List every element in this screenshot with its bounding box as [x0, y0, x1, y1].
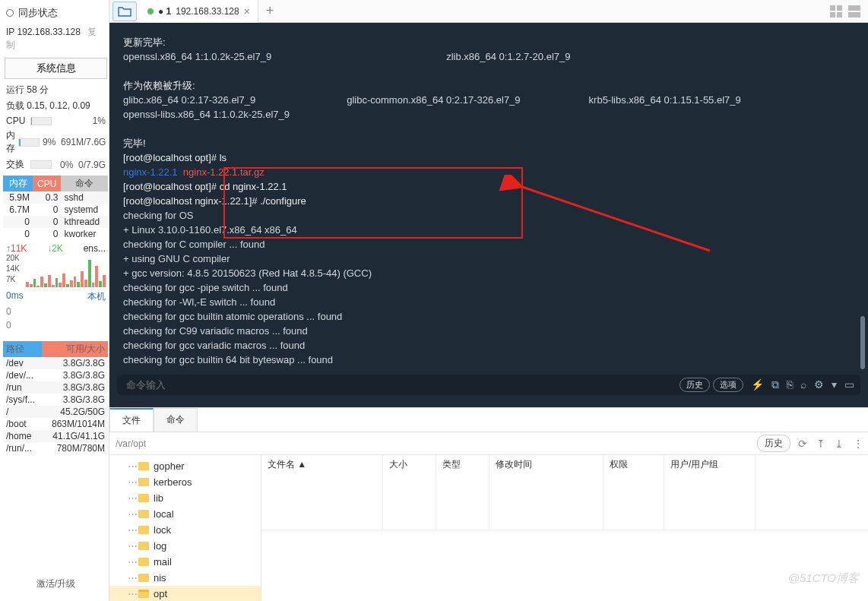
bolt-icon[interactable]: ⚡ [751, 378, 764, 392]
folder-icon [138, 526, 149, 534]
session-tabs: ● 1 192.168.33.128 × + [109, 0, 868, 23]
table-row: /dev3.8G/3.8G [3, 357, 108, 369]
folder-icon [138, 542, 149, 550]
main: ● 1 192.168.33.128 × + 更新完毕: openssl.x86… [109, 0, 868, 601]
tree-item[interactable]: ⋯kerberos [109, 474, 261, 490]
sync-label: 同步状态 [18, 6, 58, 20]
folder-open-icon [138, 590, 149, 598]
tree-item-selected[interactable]: ⋯opt [109, 586, 261, 601]
tree-item[interactable]: ⋯log [109, 538, 261, 554]
path-history-button[interactable]: 历史 [757, 435, 790, 452]
folder-icon [138, 574, 149, 582]
cpu-bar [30, 117, 52, 125]
latency-link[interactable]: 0ms [6, 290, 24, 303]
col-filename[interactable]: 文件名 ▲ [261, 455, 383, 530]
command-input[interactable] [123, 378, 676, 392]
col-perm[interactable]: 权限 [603, 455, 664, 530]
fs-h-size[interactable]: 可用/大小 [42, 341, 108, 357]
folder-icon [138, 478, 149, 486]
open-folder-button[interactable] [112, 2, 137, 21]
system-info-button[interactable]: 系统信息 [5, 58, 107, 79]
path-input[interactable]: /var/opt [109, 435, 754, 453]
panel-tabs: 文件 命令 [109, 408, 868, 432]
tab-file[interactable]: 文件 [109, 408, 154, 432]
file-list-empty [261, 530, 868, 601]
mem-bar [18, 138, 40, 147]
filesystem-table: 路径可用/大小 /dev3.8G/3.8G /dev/...3.8G/3.8G … [3, 341, 108, 454]
tree-item[interactable]: ⋯nis [109, 570, 261, 586]
swap-label: 交换 [6, 158, 27, 171]
cpu-row: CPU 1% [3, 114, 109, 128]
status-dot-icon [147, 8, 154, 14]
chevron-down-icon[interactable]: ▾ [832, 378, 837, 392]
terminal-scrollbar[interactable] [860, 29, 866, 369]
col-owner[interactable]: 用户/用户组 [664, 455, 756, 530]
add-tab-button[interactable]: + [258, 3, 282, 19]
host-link[interactable]: 本机 [87, 290, 106, 303]
gear-icon[interactable]: ⚙ [814, 378, 824, 392]
table-row: /home41.1G/41.1G [3, 430, 108, 442]
ip-line: IP 192.168.33.128 复制 [3, 23, 109, 55]
tab-address: 192.168.33.128 [176, 6, 239, 17]
file-columns: 文件名 ▲ 大小 类型 修改时间 权限 用户/用户组 [261, 455, 868, 530]
tab-prefix: ● 1 [158, 6, 171, 17]
swap-value: 0% 0/7.9G [55, 160, 106, 170]
uptime-text: 运行 58 分 [3, 82, 109, 98]
table-row: /dev/...3.8G/3.8G [3, 369, 108, 381]
table-row: 5.9M0.3sshd [3, 191, 108, 204]
folder-icon [138, 558, 149, 566]
tree-item[interactable]: ⋯lib [109, 490, 261, 506]
fs-h-path[interactable]: 路径 [3, 341, 42, 357]
sidebar: 同步状态 IP 192.168.33.128 复制 系统信息 运行 58 分 负… [0, 0, 109, 601]
copy-icon[interactable]: ⎘ [787, 378, 793, 392]
net-down: ↓2K [47, 243, 63, 254]
tree-item[interactable]: ⋯local [109, 506, 261, 522]
process-table: 内存 CPU 命令 5.9M0.3sshd 6.7M0systemd 00kth… [3, 176, 108, 240]
bottom-panel: 文件 命令 /var/opt 历史 ⟳ ⤒ ⤓ ⋮ ⋯gopher ⋯kerbe… [109, 407, 868, 601]
table-row: 00kworker [3, 228, 108, 240]
mem-label: 内存 [6, 129, 15, 155]
col-size[interactable]: 大小 [383, 455, 436, 530]
table-row: /run3.8G/3.8G [3, 381, 108, 394]
options-button[interactable]: 选项 [713, 378, 743, 392]
history-button[interactable]: 历史 [680, 378, 710, 392]
swap-bar [30, 160, 52, 169]
net-if[interactable]: ens... [84, 243, 106, 254]
cpu-label: CPU [6, 115, 27, 126]
refresh-icon[interactable]: ⟳ [794, 438, 812, 450]
more-icon[interactable]: ⋮ [848, 438, 868, 450]
net-sparkline: 20K 14K 7K [6, 254, 106, 287]
proc-h-cmd[interactable]: 命令 [61, 176, 108, 191]
folder-icon [138, 462, 149, 470]
table-row: 00kthreadd [3, 216, 108, 228]
upload-icon[interactable]: ⤒ [812, 438, 830, 450]
proc-h-cpu[interactable]: CPU [33, 176, 61, 191]
layout-grid-icon[interactable] [830, 5, 860, 17]
table-row: /boot863M/1014M [3, 418, 108, 430]
table-row: /45.2G/50G [3, 406, 108, 418]
activate-link[interactable]: 激活/升级 [3, 571, 109, 601]
tab-command[interactable]: 命令 [154, 408, 198, 432]
net-row: ↑11K ↓2K ens... [3, 240, 109, 254]
tree-item[interactable]: ⋯lock [109, 522, 261, 538]
load-text: 负载 0.15, 0.12, 0.09 [3, 98, 109, 114]
close-tab-icon[interactable]: × [244, 5, 250, 17]
col-mtime[interactable]: 修改时间 [489, 455, 603, 530]
mem-value: 9% 691M/7.6G [43, 137, 106, 147]
fullscreen-icon[interactable]: ▭ [844, 378, 854, 392]
path-bar: /var/opt 历史 ⟳ ⤒ ⤓ ⋮ [109, 432, 868, 455]
tree-item[interactable]: ⋯mail [109, 554, 261, 570]
sync-status: 同步状态 [3, 3, 109, 23]
sync-dot-icon [6, 9, 14, 17]
session-tab-1[interactable]: ● 1 192.168.33.128 × [140, 0, 258, 23]
terminal[interactable]: 更新完毕: openssl.x86_64 1:1.0.2k-25.el7_9zl… [109, 23, 868, 407]
clipboard-icon[interactable]: ⧉ [771, 378, 779, 392]
proc-h-mem[interactable]: 内存 [3, 176, 33, 191]
search-icon[interactable]: ⌕ [800, 378, 806, 392]
tree-item[interactable]: ⋯gopher [109, 458, 261, 474]
cpu-value: 1% [55, 115, 106, 126]
col-type[interactable]: 类型 [436, 455, 489, 530]
directory-tree: ⋯gopher ⋯kerberos ⋯lib ⋯local ⋯lock ⋯log… [109, 455, 261, 601]
folder-icon [138, 510, 149, 518]
download-icon[interactable]: ⤓ [830, 438, 848, 450]
